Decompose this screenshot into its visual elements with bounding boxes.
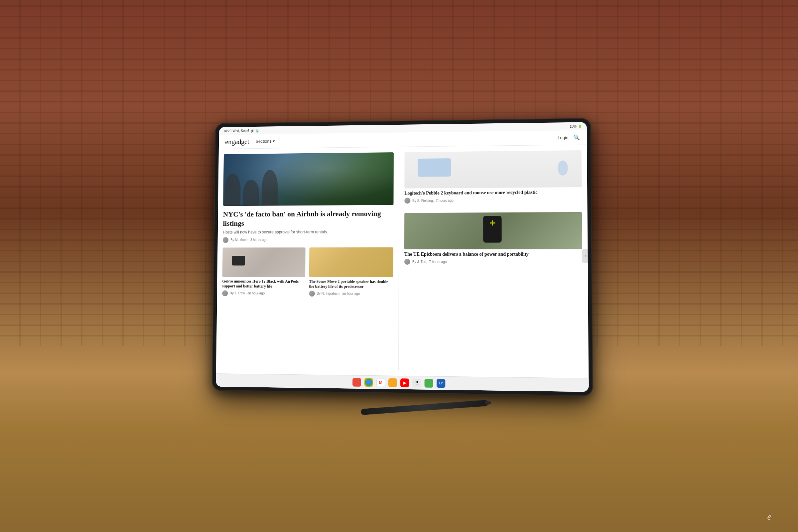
left-column: NYC's 'de facto ban' on Airbnb is alread… xyxy=(221,152,399,370)
ue-author: By J. Turi, xyxy=(412,260,427,264)
engadget-watermark: e xyxy=(767,511,772,522)
gopro-image xyxy=(223,247,306,277)
date-display: Wed, Sep 6 xyxy=(233,129,249,133)
ue-author-line: By J. Turi, 7 hours ago xyxy=(404,259,582,265)
battery-icon: 🔋 xyxy=(578,125,582,128)
sonos-image xyxy=(309,247,393,277)
logitech-time: 7 hours ago xyxy=(436,198,454,202)
apps-grid-icon[interactable]: ⠿ xyxy=(412,378,421,387)
featured-time: 3 hours ago xyxy=(250,238,267,242)
sonos-time: an hour ago xyxy=(342,292,360,296)
logitech-author: By S. Fielding, xyxy=(412,199,434,203)
engadget-logo[interactable]: engadget xyxy=(225,137,249,146)
gopro-title: GoPro announces Hero 12 Black with AirPo… xyxy=(222,279,305,290)
ue-title: The UE Epicboom delivers a balance of po… xyxy=(404,251,582,258)
logitech-author-line: By S. Fielding, 7 hours ago xyxy=(404,196,582,204)
gopro-author-avatar xyxy=(222,290,228,296)
ue-time: 7 hours ago xyxy=(429,260,446,264)
chrome-icon[interactable] xyxy=(364,378,373,387)
time-display: 10:20 xyxy=(224,129,231,133)
search-icon[interactable]: 🔍 xyxy=(573,134,580,141)
person-shape-3 xyxy=(262,170,278,206)
sonos-title: The Sonos Move 2 portable speaker has do… xyxy=(309,279,393,290)
sonos-author-line: By N. Ingraham, an hour ago xyxy=(309,291,393,297)
pocket-icon[interactable] xyxy=(353,378,361,387)
small-articles-grid: GoPro announces Hero 12 Black with AirPo… xyxy=(222,247,393,302)
nav-right: Login 🔍 xyxy=(557,134,580,141)
article-logitech[interactable]: Logitech's Pebble 2 keyboard and mouse u… xyxy=(404,150,582,208)
person-shape-1 xyxy=(225,173,241,206)
featured-title[interactable]: NYC's 'de facto ban' on Airbnb is alread… xyxy=(223,209,393,228)
lr-icon[interactable]: Lr xyxy=(437,379,445,388)
featured-author: By M. Moon, xyxy=(230,238,248,242)
battery-display: 10% xyxy=(570,125,576,128)
gopro-author-line: By J. Trew, an hour ago xyxy=(222,290,305,297)
ue-image xyxy=(404,212,582,249)
tablet-screen: 10:20 Wed, Sep 6 🔊 📡 10% 🔋 engadget Sect… xyxy=(216,122,589,392)
article-sonos[interactable]: The Sonos Move 2 portable speaker has do… xyxy=(309,247,393,302)
status-right: 10% 🔋 xyxy=(570,125,582,128)
sections-label: Sections xyxy=(256,139,272,144)
chevron-down-icon: ▾ xyxy=(273,139,275,144)
right-column: Logitech's Pebble 2 keyboard and mouse u… xyxy=(399,150,583,373)
tablet-device: 10:20 Wed, Sep 6 🔊 📡 10% 🔋 engadget Sect… xyxy=(212,118,593,396)
article-ue[interactable]: The UE Epicboom delivers a balance of po… xyxy=(404,212,583,270)
youtube-icon[interactable]: ▶ xyxy=(400,378,409,387)
logitech-author-avatar xyxy=(404,198,410,204)
system-icons: 🔊 📡 xyxy=(250,129,259,132)
status-left: 10:20 Wed, Sep 6 🔊 📡 xyxy=(224,129,259,133)
side-arrow-button[interactable]: › xyxy=(582,249,589,263)
nav-left: engadget Sections ▾ xyxy=(225,137,277,146)
article-gopro[interactable]: GoPro announces Hero 12 Black with AirPo… xyxy=(222,247,305,301)
featured-author-line: By M. Moon, 3 hours ago xyxy=(223,237,393,243)
samsung-icon[interactable] xyxy=(388,378,397,387)
person-shape-2 xyxy=(243,180,259,206)
featured-hero-image xyxy=(223,152,394,206)
sections-button[interactable]: Sections ▾ xyxy=(254,138,277,145)
sonos-author: By N. Ingraham, xyxy=(317,292,340,296)
ue-author-avatar xyxy=(404,259,410,265)
login-button[interactable]: Login xyxy=(557,135,569,140)
logitech-title: Logitech's Pebble 2 keyboard and mouse u… xyxy=(404,189,582,196)
content-area: NYC's 'de facto ban' on Airbnb is alread… xyxy=(216,145,589,378)
logitech-image xyxy=(404,150,582,189)
hero-people xyxy=(223,152,394,206)
gopro-author: By J. Trew, xyxy=(230,291,245,295)
green-app-icon[interactable] xyxy=(424,379,433,388)
gopro-time: an hour ago xyxy=(247,291,265,295)
featured-subtitle: Hosts will now have to secure approval f… xyxy=(223,229,393,235)
sonos-author-avatar xyxy=(309,291,315,297)
gmail-icon[interactable]: M xyxy=(376,378,385,387)
featured-author-avatar xyxy=(223,237,228,243)
